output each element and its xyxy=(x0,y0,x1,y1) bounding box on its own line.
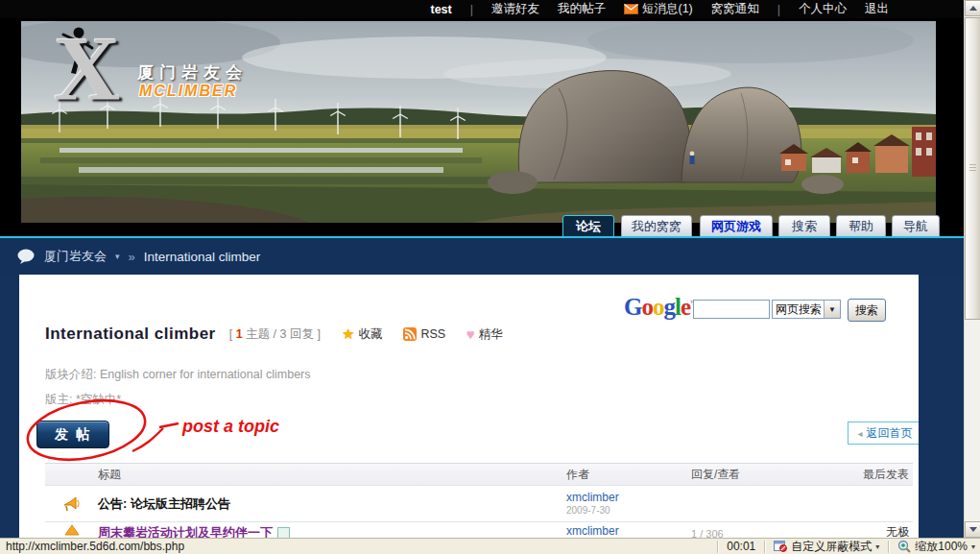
breadcrumb-current: International climber xyxy=(144,250,261,264)
table-row: 周末攀岩活动计划及早约伴一下 xmclimber 1 / 306 无极 xyxy=(45,522,913,538)
tab-help[interactable]: 帮助 xyxy=(836,215,886,238)
chevron-down-icon[interactable]: ▾ xyxy=(115,252,120,261)
google-logo[interactable]: Google™ xyxy=(624,294,697,321)
chevron-left-icon: ◂ xyxy=(857,428,862,439)
status-time: 00:01 xyxy=(722,540,760,553)
messages-label[interactable]: 短消息(1) xyxy=(642,1,693,17)
author-link[interactable]: xmclimber xyxy=(566,524,691,538)
forum-title: International climber xyxy=(45,325,216,344)
header-title: 标题 xyxy=(98,464,566,485)
digest-link[interactable]: ♥ 精华 xyxy=(466,326,502,343)
tab-my-space[interactable]: 我的窝窝 xyxy=(621,215,692,238)
site-name-chinese: 厦门岩友会 xyxy=(137,61,248,84)
chevron-down-icon: ▾ xyxy=(971,542,975,551)
scroll-down-button[interactable] xyxy=(965,521,980,538)
star-icon: ★ xyxy=(342,325,354,343)
tab-nav[interactable]: 导航 xyxy=(892,215,940,238)
landscape-scene xyxy=(21,21,936,223)
topic-table: 标题 作者 回复/查看 最后发表 公告: 论坛版主招聘公告 xmcli xyxy=(45,463,913,538)
image-attachment-icon xyxy=(277,527,290,539)
breadcrumb-root[interactable]: 厦门岩友会 xyxy=(44,248,107,265)
table-row: 公告: 论坛版主招聘公告 xmclimber 2009-7-30 xyxy=(45,486,913,522)
top-user-bar: test | 邀请好友 我的帖子 短消息(1) 窝窝通知 | 个人中心 退出 xyxy=(0,0,964,18)
search-scope-value: 网页搜索 xyxy=(773,301,824,318)
author-link[interactable]: xmclimber xyxy=(566,491,691,505)
messages-link[interactable]: 短消息(1) xyxy=(624,1,693,17)
banner-photo: X 厦门岩友会 MCLIMBER xyxy=(21,21,936,223)
google-search-input[interactable] xyxy=(693,300,770,319)
divider xyxy=(888,541,889,553)
annotation-label: post a topic xyxy=(182,417,279,437)
divider xyxy=(717,541,718,553)
megaphone-icon xyxy=(62,496,81,512)
profile-link[interactable]: 个人中心 xyxy=(799,1,847,17)
favorite-button[interactable]: ★ 收藏 xyxy=(342,325,382,343)
rss-icon xyxy=(403,327,417,341)
speech-bubble-icon xyxy=(17,249,36,264)
content-panel: Google™ 网页搜索 ▼ 搜索 International climber … xyxy=(19,275,919,538)
scroll-up-button[interactable] xyxy=(965,0,980,16)
replies-views: 1 / 306 xyxy=(691,528,724,538)
breadcrumb-separator: » xyxy=(129,250,135,264)
topic-title[interactable]: 周末攀岩活动计划及早约伴一下 xyxy=(98,524,273,538)
invite-friends-link[interactable]: 邀请好友 xyxy=(491,1,539,17)
notices-link[interactable]: 窝窝通知 xyxy=(711,1,759,17)
header-last-post: 最后发表 xyxy=(801,464,913,485)
block-mode-menu[interactable]: 自定义屏蔽模式 ▾ xyxy=(769,539,884,554)
site-name-english: MCLIMBER xyxy=(139,83,237,100)
search-scope-select[interactable]: 网页搜索 ▼ xyxy=(772,300,841,319)
chevron-down-icon: ▾ xyxy=(875,542,879,551)
logo-letter[interactable]: X xyxy=(54,23,120,115)
status-url: http://xmclimber.5d6d.com/bbs.php xyxy=(0,540,713,553)
gem-icon: ♥ xyxy=(466,326,474,342)
header-replies: 回复/查看 xyxy=(691,464,801,485)
zoom-menu[interactable]: 缩放100% ▾ xyxy=(893,539,980,554)
logout-link[interactable]: 退出 xyxy=(865,1,889,17)
post-topic-button[interactable]: 发 帖 xyxy=(36,421,109,448)
banner: X 厦门岩友会 MCLIMBER 论坛 我的窝窝 网页游戏 搜索 帮助 导航 xyxy=(0,18,980,238)
pin-icon xyxy=(64,524,80,536)
header-author: 作者 xyxy=(566,464,691,485)
forum-intro: 版块介绍: English corner for international c… xyxy=(45,367,311,383)
block-mode-icon xyxy=(774,541,787,552)
google-search-button[interactable]: 搜索 xyxy=(848,299,886,322)
forum-moderator: 版主: *空缺中* xyxy=(45,392,121,408)
last-post-user[interactable]: 无极 xyxy=(886,524,909,538)
table-header: 标题 作者 回复/查看 最后发表 xyxy=(45,463,913,486)
envelope-icon xyxy=(624,4,638,14)
rss-link[interactable]: RSS xyxy=(403,327,445,341)
tab-forum[interactable]: 论坛 xyxy=(562,215,614,238)
divider xyxy=(764,541,765,553)
post-date: 2009-7-30 xyxy=(566,505,691,518)
username[interactable]: test xyxy=(430,3,451,16)
divider: | xyxy=(470,3,473,16)
forum-stats: [ 1 主题 / 3 回复 ] xyxy=(229,326,321,343)
browser-page: test | 邀请好友 我的帖子 短消息(1) 窝窝通知 | 个人中心 退出 xyxy=(0,0,980,554)
tab-search[interactable]: 搜索 xyxy=(778,215,830,238)
magnifier-icon xyxy=(897,540,911,553)
main-tabs: 论坛 我的窝窝 网页游戏 搜索 帮助 导航 xyxy=(0,215,964,238)
status-bar: http://xmclimber.5d6d.com/bbs.php 00:01 … xyxy=(0,538,980,554)
arrow-down-icon xyxy=(969,527,977,532)
vertical-scrollbar[interactable] xyxy=(964,0,980,538)
scrollbar-thumb[interactable] xyxy=(965,17,980,320)
divider: | xyxy=(777,3,780,16)
topic-count: 1 xyxy=(236,327,243,341)
back-home-button[interactable]: ◂ 返回首页 xyxy=(848,422,919,445)
climber-figure xyxy=(690,152,695,157)
chevron-down-icon[interactable]: ▼ xyxy=(824,301,840,318)
topic-title[interactable]: 公告: 论坛版主招聘公告 xyxy=(98,495,230,513)
my-posts-link[interactable]: 我的帖子 xyxy=(558,1,606,17)
breadcrumb: 厦门岩友会 ▾ » International climber xyxy=(0,238,964,275)
tab-web-games[interactable]: 网页游戏 xyxy=(700,215,773,238)
arrow-up-icon xyxy=(969,6,977,11)
